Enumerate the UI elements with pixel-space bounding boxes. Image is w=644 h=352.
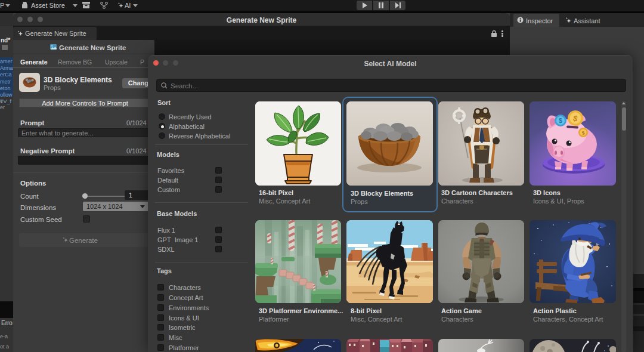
svg-text:$: $	[559, 118, 562, 124]
